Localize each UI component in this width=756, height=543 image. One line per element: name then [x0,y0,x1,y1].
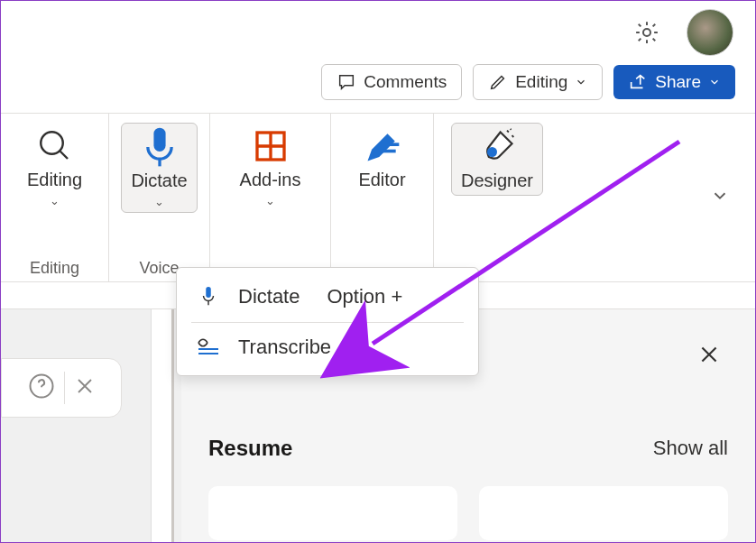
menu-separator [191,322,464,323]
comments-label: Comments [364,72,447,92]
editor-button[interactable]: Editor [349,123,414,194]
svg-rect-2 [153,128,165,152]
dictate-btn-label: Dictate [131,170,187,191]
editing-mode-button[interactable]: Editing [473,64,603,100]
magnifier-icon [35,126,75,166]
close-icon [74,375,96,397]
editing-btn-label: Editing [27,170,82,190]
addins-btn-label: Add-ins [240,170,301,190]
chevron-down-icon: ⌄ [50,194,60,207]
chevron-down-icon [710,186,730,206]
help-button[interactable] [28,373,55,403]
svg-point-1 [41,132,63,154]
paintbrush-icon [477,127,517,167]
chevron-down-icon [575,76,587,88]
chevron-down-icon: ⌄ [265,194,275,207]
comment-icon [337,72,356,92]
editor-pen-icon [363,126,402,166]
dictate-dropdown: Dictate Option + Transcribe [176,267,479,376]
template-card[interactable] [208,486,457,540]
share-button[interactable]: Share [613,65,735,99]
close-pane-button[interactable] [697,342,721,373]
microphone-icon [195,284,222,309]
find-editing-button[interactable]: Editing ⌄ [18,123,91,211]
avatar[interactable] [687,9,733,56]
chevron-down-icon: ⌄ [154,195,164,208]
transcribe-icon [195,337,222,357]
chevron-down-icon [708,76,721,88]
show-all-link[interactable]: Show all [653,437,728,460]
designer-btn-label: Designer [461,170,533,191]
addins-button[interactable]: Add-ins ⌄ [231,123,310,211]
menu-item-dictate[interactable]: Dictate Option + [177,275,478,318]
menu-item-transcribe[interactable]: Transcribe [177,327,478,368]
ribbon-collapse-button[interactable] [710,186,730,209]
settings-button[interactable] [632,18,661,47]
svg-rect-5 [383,150,396,153]
svg-point-6 [487,147,497,157]
menu-item-transcribe-label: Transcribe [238,336,331,359]
designer-button[interactable]: Designer [451,123,543,196]
dictate-button[interactable]: Dictate ⌄ [121,123,197,213]
resume-heading: Resume [208,436,292,461]
menu-item-dictate-shortcut: Option + [327,285,402,308]
close-icon [697,343,721,366]
share-icon [628,72,648,92]
help-widget [1,358,122,418]
editing-mode-label: Editing [515,72,567,92]
svg-point-0 [643,29,650,36]
comments-button[interactable]: Comments [321,64,462,100]
gear-icon [633,19,660,46]
svg-rect-10 [198,353,218,354]
help-icon [28,373,55,400]
svg-rect-9 [198,348,218,350]
dismiss-help-button[interactable] [74,375,96,400]
svg-rect-8 [206,287,211,298]
share-label: Share [655,72,701,92]
editor-btn-label: Editor [358,170,405,190]
pencil-icon [488,72,508,92]
microphone-icon [140,127,180,167]
menu-item-dictate-label: Dictate [238,285,300,308]
template-card[interactable] [479,486,728,540]
group-label-editing: Editing [30,259,79,278]
addins-icon [251,126,290,166]
document-edge [151,309,174,542]
svg-rect-4 [383,143,399,146]
